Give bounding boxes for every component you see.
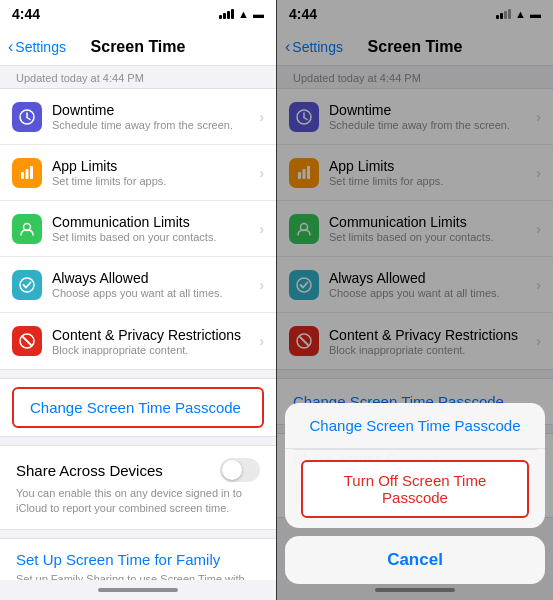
list-item-commlimits-left[interactable]: Communication Limits Set limits based on… xyxy=(0,201,276,257)
svg-rect-3 xyxy=(21,172,24,179)
svg-point-7 xyxy=(20,278,34,292)
family-title-left[interactable]: Set Up Screen Time for Family xyxy=(16,551,260,568)
allowed-subtitle-left: Choose apps you want at all times. xyxy=(52,287,255,299)
left-panel: 4:44 ▲ ▬ ‹ Settings Screen Time Updated … xyxy=(0,0,276,600)
commlimits-chevron-left: › xyxy=(259,221,264,237)
applimits-subtitle-left: Set time limits for apps. xyxy=(52,175,255,187)
subtitle-left: Updated today at 4:44 PM xyxy=(0,66,276,88)
applimits-text-left: App Limits Set time limits for apps. xyxy=(52,158,255,187)
status-time-left: 4:44 xyxy=(12,6,40,22)
commlimits-icon-left xyxy=(12,214,42,244)
back-button-left[interactable]: ‹ Settings xyxy=(8,38,66,56)
status-icons-left: ▲ ▬ xyxy=(219,8,264,20)
privacy-text-left: Content & Privacy Restrictions Block ina… xyxy=(52,327,255,356)
action-sheet-item-wrapper: Turn Off Screen Time Passcode xyxy=(293,449,537,528)
downtime-subtitle-left: Schedule time away from the screen. xyxy=(52,119,255,131)
privacy-subtitle-left: Block inappropriate content. xyxy=(52,344,255,356)
status-bar-left: 4:44 ▲ ▬ xyxy=(0,0,276,28)
commlimits-text-left: Communication Limits Set limits based on… xyxy=(52,214,255,243)
family-desc-left: Set up Family Sharing to use Screen Time… xyxy=(16,572,260,580)
list-item-privacy-left[interactable]: Content & Privacy Restrictions Block ina… xyxy=(0,313,276,369)
settings-list-left: Downtime Schedule time away from the scr… xyxy=(0,88,276,370)
action-sheet-group: Change Screen Time Passcode Turn Off Scr… xyxy=(285,403,545,528)
allowed-chevron-left: › xyxy=(259,277,264,293)
toggle-section-left: Share Across Devices You can enable this… xyxy=(0,445,276,530)
change-passcode-btn-left[interactable]: Change Screen Time Passcode xyxy=(30,399,246,416)
applimits-title-left: App Limits xyxy=(52,158,255,174)
svg-rect-5 xyxy=(30,166,33,179)
action-turnoff-passcode[interactable]: Turn Off Screen Time Passcode xyxy=(301,460,529,518)
downtime-chevron-left: › xyxy=(259,109,264,125)
allowed-text-left: Always Allowed Choose apps you want at a… xyxy=(52,270,255,299)
list-item-downtime-left[interactable]: Downtime Schedule time away from the scr… xyxy=(0,89,276,145)
allowed-icon-left xyxy=(12,270,42,300)
downtime-text-left: Downtime Schedule time away from the scr… xyxy=(52,102,255,131)
privacy-title-left: Content & Privacy Restrictions xyxy=(52,327,255,343)
svg-line-2 xyxy=(27,117,30,119)
toggle-desc-left: You can enable this on any device signed… xyxy=(16,486,260,517)
applimits-chevron-left: › xyxy=(259,165,264,181)
back-label-left: Settings xyxy=(15,39,66,55)
passcode-section-left: Change Screen Time Passcode xyxy=(0,378,276,437)
family-section-left: Set Up Screen Time for Family Set up Fam… xyxy=(0,538,276,580)
passcode-outlined-box-left: Change Screen Time Passcode xyxy=(12,387,264,428)
downtime-icon-left xyxy=(12,102,42,132)
list-item-allowed-left[interactable]: Always Allowed Choose apps you want at a… xyxy=(0,257,276,313)
right-panel: 4:44 ▲ ▬ ‹ Settings Screen Time Updated … xyxy=(276,0,553,600)
action-sheet-overlay: Change Screen Time Passcode Turn Off Scr… xyxy=(277,0,553,600)
svg-line-9 xyxy=(23,337,31,345)
applimits-icon-left xyxy=(12,158,42,188)
privacy-chevron-left: › xyxy=(259,333,264,349)
action-change-passcode[interactable]: Change Screen Time Passcode xyxy=(285,403,545,449)
downtime-title-left: Downtime xyxy=(52,102,255,118)
list-item-applimits-left[interactable]: App Limits Set time limits for apps. › xyxy=(0,145,276,201)
signal-icon-left xyxy=(219,9,234,19)
home-indicator-left xyxy=(0,580,276,600)
allowed-title-left: Always Allowed xyxy=(52,270,255,286)
action-sheet: Change Screen Time Passcode Turn Off Scr… xyxy=(277,403,553,600)
toggle-label-left: Share Across Devices xyxy=(16,462,163,479)
nav-title-left: Screen Time xyxy=(91,38,186,56)
action-cancel[interactable]: Cancel xyxy=(285,536,545,584)
nav-bar-left: ‹ Settings Screen Time xyxy=(0,28,276,66)
home-bar-left xyxy=(98,588,178,592)
toggle-row-left: Share Across Devices xyxy=(16,458,260,482)
wifi-icon-left: ▲ xyxy=(238,8,249,20)
scroll-content-left: Updated today at 4:44 PM Downtime Schedu… xyxy=(0,66,276,580)
chevron-left-icon: ‹ xyxy=(8,38,13,56)
privacy-icon-left xyxy=(12,326,42,356)
toggle-switch-left[interactable] xyxy=(220,458,260,482)
commlimits-subtitle-left: Set limits based on your contacts. xyxy=(52,231,255,243)
battery-icon-left: ▬ xyxy=(253,8,264,20)
commlimits-title-left: Communication Limits xyxy=(52,214,255,230)
svg-rect-4 xyxy=(26,169,29,179)
